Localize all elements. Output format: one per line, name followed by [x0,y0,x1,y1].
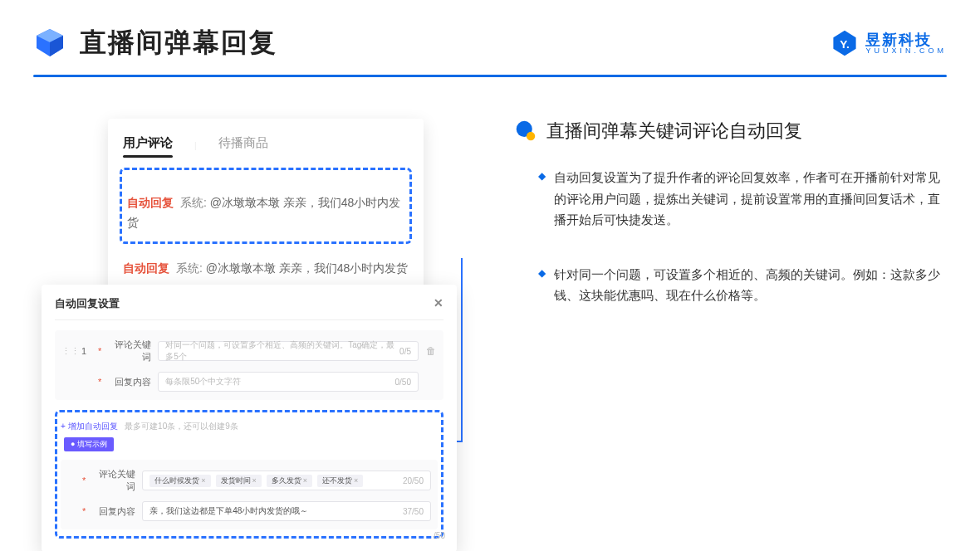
tag-remove-icon[interactable]: × [201,476,205,485]
rule-index: 1 [76,346,91,356]
keyword-tag[interactable]: 发货时间× [216,475,262,487]
content-label: 回复内容 [108,376,151,388]
system-label: 系统: [176,261,203,275]
tab-divider: | [194,141,197,150]
diamond-bullet-icon: ◆ [538,170,546,231]
comment-text: @冰墩墩本墩 亲亲，我们48小时内发货 [206,261,409,275]
keyword-placeholder: 对同一个问题，可设置多个相近、高频的关键词。Tag确定，最多5个 [165,339,399,363]
svg-text:Y.: Y. [840,38,850,51]
ex-content-label: 回复内容 [92,505,135,518]
cube-logo-icon [33,27,66,60]
bullet-text: 针对同一个问题，可设置多个相近的、高频的关键词。例如：这款多少钱、这块能优惠吗、… [554,264,947,306]
brand-name: 昱新科技 [865,32,947,47]
tab-products[interactable]: 待播商品 [218,135,268,156]
bullet-item: ◆ 自动回复设置为了提升作者的评论回复效率，作者可在开播前针对常见的评论用户问题… [515,167,947,231]
keyword-input[interactable]: 对同一个问题，可设置多个相近、高频的关键词。Tag确定，最多5个 0/5 [158,341,419,361]
required-marker: * [82,506,86,516]
bullet-item: ◆ 针对同一个问题，可设置多个相近的、高频的关键词。例如：这款多少钱、这块能优惠… [515,264,947,306]
keyword-count: 0/5 [399,347,411,356]
ex-tags-container: 什么时候发货× 发货时间× 多久发货× 还不发货× [149,475,366,487]
diamond-bullet-icon: ◆ [538,267,546,306]
auto-reply-badge: 自动回复 [123,261,169,275]
add-hint: 最多可建10条，还可以创建9条 [125,422,238,431]
keyword-label: 评论关键词 [108,339,151,363]
required-marker: * [98,377,101,387]
ex-content-value: 亲，我们这边都是下单48小时内发货的哦～ [149,505,308,517]
ex-keyword-count: 20/50 [403,476,424,485]
connector-line [461,258,463,441]
example-badge: ● 填写示例 [64,437,114,451]
bullet-text: 自动回复设置为了提升作者的评论回复效率，作者可在开播前针对常见的评论用户问题，提… [554,167,947,231]
drag-handle-icon[interactable]: ⋮⋮ [61,346,70,357]
ex-content-count: 37/50 [403,507,424,516]
content-input[interactable]: 每条限50个中文字符 0/50 [158,372,419,392]
rule-block: ⋮⋮ 1 * 评论关键词 对同一个问题，可设置多个相近、高频的关键词。Tag确定… [55,330,443,400]
auto-reply-badge: 自动回复 [127,196,174,209]
example-section: + 增加自动回复 最多可建10条，还可以创建9条 ● 填写示例 ⋮⋮ * 评论关… [55,410,443,539]
tag-remove-icon[interactable]: × [252,476,257,485]
ex-keyword-input[interactable]: 什么时候发货× 发货时间× 多久发货× 还不发货× 20/50 [142,471,431,490]
ex-content-input[interactable]: 亲，我们这边都是下单48小时内发货的哦～ 37/50 [142,501,431,521]
brand-block: Y. 昱新科技 YUUXIN.COM [831,29,947,57]
settings-title: 自动回复设置 [55,296,120,311]
tag-remove-icon[interactable]: × [303,476,307,485]
comment-item: 自动回复 系统: @冰墩墩本墩 亲亲，我们48小时内发货 [123,259,409,279]
tab-user-comments[interactable]: 用户评论 [123,135,173,156]
svg-point-6 [527,132,535,140]
close-icon[interactable]: ✕ [434,296,443,311]
footer-count: /50 [434,531,445,540]
section-heading: 直播间弹幕关键词评论自动回复 [546,119,802,144]
ex-keyword-label: 评论关键词 [92,468,135,493]
comment-item: 自动回复 系统: @冰墩墩本墩 亲亲，我们48小时内发货 [127,193,404,233]
page-title: 直播间弹幕回复 [80,25,277,61]
highlighted-comment: 自动回复 系统: @冰墩墩本墩 亲亲，我们48小时内发货 [120,168,412,244]
brand-logo-icon: Y. [831,29,859,57]
content-placeholder: 每条限50个中文字符 [165,376,241,388]
add-auto-reply-link[interactable]: + 增加自动回复 [61,422,118,431]
tag-remove-icon[interactable]: × [354,476,358,485]
brand-sub: YUUXIN.COM [865,47,947,55]
keyword-tag[interactable]: 还不发货× [317,475,363,487]
content-count: 0/50 [395,378,411,387]
keyword-tag[interactable]: 多久发货× [267,475,312,487]
required-marker: * [98,346,101,356]
required-marker: * [82,475,86,485]
auto-reply-settings-card: 自动回复设置 ✕ ⋮⋮ 1 * 评论关键词 对同一个问题，可设置多个相近、高频的… [42,285,457,551]
keyword-tag[interactable]: 什么时候发货× [149,475,210,487]
chat-bubble-icon [515,120,537,142]
trash-icon[interactable]: 🗑 [425,345,437,357]
system-label: 系统: [180,196,207,209]
